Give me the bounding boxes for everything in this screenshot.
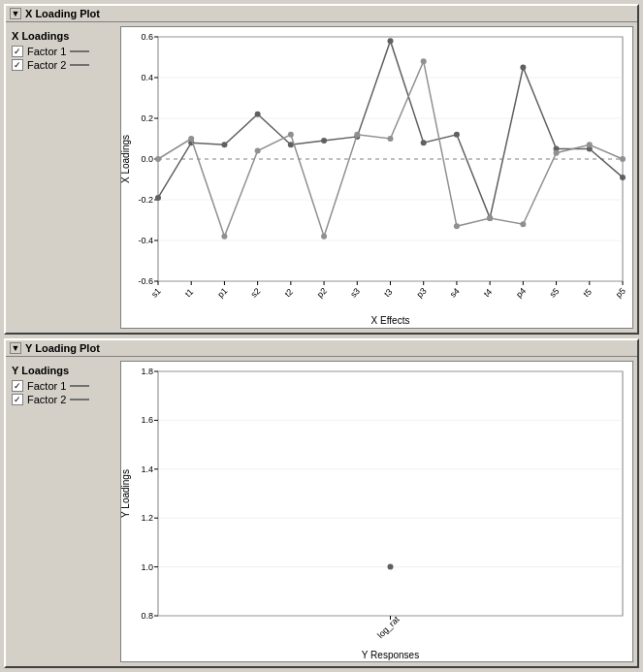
svg-point-81 — [554, 150, 560, 156]
svg-point-75 — [354, 132, 360, 138]
svg-point-69 — [155, 156, 161, 162]
y-chart-area: 0.81.01.21.41.61.8log_ratY ResponsesY Lo… — [120, 361, 633, 663]
svg-text:p1: p1 — [215, 286, 229, 300]
svg-text:p4: p4 — [514, 286, 528, 300]
svg-point-76 — [388, 136, 394, 142]
svg-point-77 — [421, 58, 427, 64]
x-factor1-checkbox[interactable]: ✓ — [12, 46, 23, 57]
svg-text:0.6: 0.6 — [141, 32, 153, 42]
svg-text:1.0: 1.0 — [141, 561, 153, 571]
svg-point-56 — [221, 142, 227, 147]
x-factor2-checkbox[interactable]: ✓ — [12, 59, 23, 71]
svg-text:Y Responses: Y Responses — [362, 650, 419, 660]
svg-point-57 — [255, 112, 261, 117]
svg-text:1.8: 1.8 — [141, 367, 153, 376]
svg-point-59 — [321, 138, 327, 144]
x-factor1-line — [70, 50, 89, 52]
svg-point-54 — [155, 195, 161, 201]
x-panel-title: X Loading Plot — [25, 8, 100, 19]
svg-text:1.6: 1.6 — [141, 415, 153, 425]
svg-text:s3: s3 — [348, 286, 362, 300]
svg-point-73 — [288, 132, 294, 138]
svg-text:0.2: 0.2 — [141, 113, 153, 123]
y-legend: Y Loadings ✓ Factor 1 ✓ Factor 2 — [10, 361, 116, 663]
y-collapse-button[interactable]: ▼ — [10, 342, 21, 354]
y-factor2-line — [70, 399, 89, 400]
x-collapse-button[interactable]: ▼ — [10, 8, 21, 19]
svg-text:p2: p2 — [315, 286, 329, 300]
y-factor2-checkbox[interactable]: ✓ — [12, 394, 23, 405]
x-chart-svg: -0.6-0.4-0.20.00.20.40.6s1t1p1s2t2p2s3t3… — [121, 27, 632, 328]
y-factor1-checkbox[interactable]: ✓ — [12, 380, 23, 392]
svg-point-82 — [587, 142, 593, 147]
svg-point-65 — [520, 65, 526, 71]
y-factor2-label: Factor 2 — [27, 394, 66, 405]
x-factor1-label: Factor 1 — [27, 46, 66, 57]
svg-point-63 — [454, 132, 460, 138]
svg-text:s5: s5 — [548, 286, 562, 300]
svg-text:s4: s4 — [448, 286, 462, 300]
svg-point-61 — [388, 38, 394, 44]
x-panel-content: X Loadings ✓ Factor 1 ✓ Factor 2 -0.6-0.… — [6, 22, 637, 333]
svg-point-68 — [620, 175, 626, 180]
svg-point-80 — [520, 221, 526, 227]
svg-text:0.8: 0.8 — [141, 611, 153, 621]
x-legend: X Loadings ✓ Factor 1 ✓ Factor 2 — [10, 26, 116, 329]
x-legend-title: X Loadings — [12, 30, 114, 42]
svg-text:p3: p3 — [415, 286, 429, 300]
svg-point-107 — [388, 563, 394, 569]
y-panel-title: Y Loading Plot — [25, 342, 100, 354]
svg-text:X Effects: X Effects — [371, 315, 410, 326]
svg-point-70 — [188, 136, 194, 142]
svg-text:-0.6: -0.6 — [138, 276, 153, 286]
x-chart-area: -0.6-0.4-0.20.00.20.40.6s1t1p1s2t2p2s3t3… — [120, 26, 633, 329]
y-legend-item-1: ✓ Factor 1 — [12, 380, 114, 392]
y-factor1-label: Factor 1 — [27, 380, 66, 392]
svg-rect-84 — [158, 371, 623, 616]
x-legend-item-1: ✓ Factor 1 — [12, 46, 114, 57]
y-legend-title: Y Loadings — [12, 365, 114, 376]
y-chart-svg: 0.81.01.21.41.61.8log_ratY ResponsesY Lo… — [121, 362, 632, 662]
svg-point-74 — [321, 234, 327, 240]
svg-text:1.4: 1.4 — [141, 464, 153, 473]
svg-text:-0.4: -0.4 — [138, 236, 153, 245]
main-container: ▼ X Loading Plot X Loadings ✓ Factor 1 ✓… — [0, 0, 643, 672]
y-loading-panel: ▼ Y Loading Plot Y Loadings ✓ Factor 1 ✓… — [4, 338, 639, 669]
svg-point-78 — [454, 223, 460, 229]
svg-text:t2: t2 — [283, 287, 295, 299]
svg-text:X Loadings: X Loadings — [121, 135, 131, 183]
svg-text:s2: s2 — [249, 286, 263, 300]
svg-text:log_rat: log_rat — [375, 614, 402, 640]
svg-text:1.2: 1.2 — [141, 513, 153, 523]
x-factor2-line — [70, 64, 89, 66]
svg-text:0.4: 0.4 — [141, 73, 153, 82]
y-factor1-line — [70, 385, 89, 387]
svg-text:0.0: 0.0 — [141, 154, 153, 164]
y-panel-content: Y Loadings ✓ Factor 1 ✓ Factor 2 0.81.01… — [6, 357, 637, 667]
svg-text:t4: t4 — [482, 287, 494, 299]
x-factor2-label: Factor 2 — [27, 59, 66, 71]
svg-point-72 — [255, 148, 261, 154]
svg-point-79 — [487, 215, 493, 221]
svg-point-62 — [421, 140, 427, 145]
x-panel-header: ▼ X Loading Plot — [6, 6, 637, 22]
svg-text:-0.2: -0.2 — [138, 195, 153, 205]
svg-point-71 — [221, 234, 227, 240]
svg-point-83 — [620, 156, 626, 162]
svg-text:t1: t1 — [183, 287, 195, 299]
svg-text:s1: s1 — [149, 286, 163, 300]
x-loading-panel: ▼ X Loading Plot X Loadings ✓ Factor 1 ✓… — [4, 4, 639, 335]
y-panel-header: ▼ Y Loading Plot — [6, 340, 637, 357]
y-legend-item-2: ✓ Factor 2 — [12, 394, 114, 405]
svg-text:t3: t3 — [382, 287, 394, 299]
svg-text:t5: t5 — [581, 287, 593, 299]
svg-text:p5: p5 — [614, 286, 627, 300]
svg-text:Y Loadings: Y Loadings — [121, 469, 131, 518]
x-legend-item-2: ✓ Factor 2 — [12, 59, 114, 71]
